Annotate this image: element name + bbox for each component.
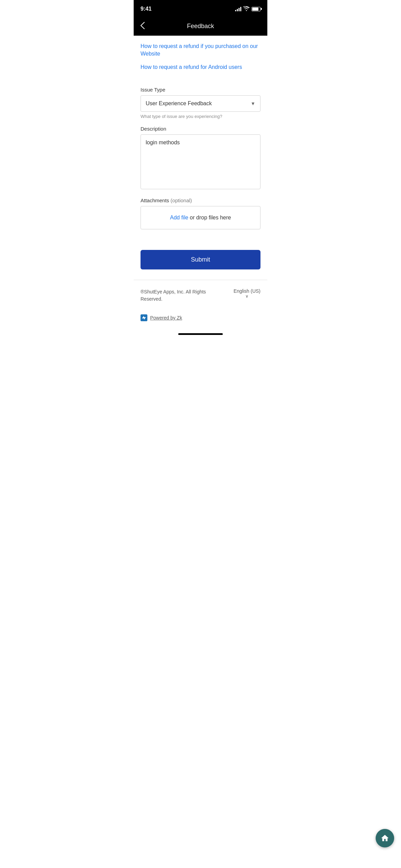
language-selector[interactable]: English (US) ∨ [233, 288, 260, 299]
issue-type-hint: What type of issue are you experiencing? [141, 114, 260, 119]
language-label: English (US) [233, 288, 260, 294]
add-file-link[interactable]: Add file [170, 215, 188, 220]
issue-type-label: Issue Type [141, 87, 260, 93]
footer: ®ShutEye Apps, Inc. All Rights Reserved.… [134, 280, 267, 311]
file-upload-text: Add file or drop files here [170, 215, 231, 220]
refund-android-link[interactable]: How to request a refund for Android user… [141, 63, 260, 71]
status-bar: 9:41 [134, 0, 267, 16]
wifi-icon [243, 6, 250, 12]
submit-section: Submit [134, 236, 267, 280]
nav-title: Feedback [187, 23, 214, 30]
battery-icon [252, 7, 260, 11]
issue-type-select-display[interactable]: User Experience Feedback ▼ [141, 96, 260, 111]
issue-type-group: Issue Type User Experience Feedback ▼ Wh… [141, 87, 260, 119]
home-indicator-bar [178, 333, 223, 335]
nav-bar: Feedback [134, 16, 267, 36]
back-button[interactable] [141, 22, 145, 31]
chevron-down-icon: ▼ [251, 101, 255, 106]
home-indicator [134, 328, 267, 340]
status-time: 9:41 [141, 6, 151, 12]
footer-copyright: ®ShutEye Apps, Inc. All Rights Reserved. [141, 288, 216, 303]
file-upload-area[interactable]: Add file or drop files here [141, 206, 260, 229]
signal-icon [235, 7, 241, 11]
refund-links-section: How to request a refund if you purchased… [134, 36, 267, 80]
issue-type-value: User Experience Feedback [146, 100, 212, 107]
description-textarea[interactable]: login methods [141, 134, 260, 189]
attachments-group: Attachments (optional) Add file or drop … [141, 197, 260, 229]
zendesk-icon [141, 314, 147, 321]
powered-by-section: Powered by Zk [134, 311, 267, 328]
description-group: Description login methods [141, 126, 260, 191]
description-label: Description [141, 126, 260, 132]
submit-button[interactable]: Submit [141, 250, 260, 269]
status-icons [235, 6, 260, 12]
form-section: Issue Type User Experience Feedback ▼ Wh… [134, 80, 267, 229]
issue-type-select[interactable]: User Experience Feedback ▼ [141, 95, 260, 112]
chevron-down-icon: ∨ [245, 294, 248, 299]
powered-by-text[interactable]: Powered by Zk [150, 315, 182, 321]
refund-website-link[interactable]: How to request a refund if you purchased… [141, 43, 260, 58]
attachments-label: Attachments (optional) [141, 197, 260, 203]
